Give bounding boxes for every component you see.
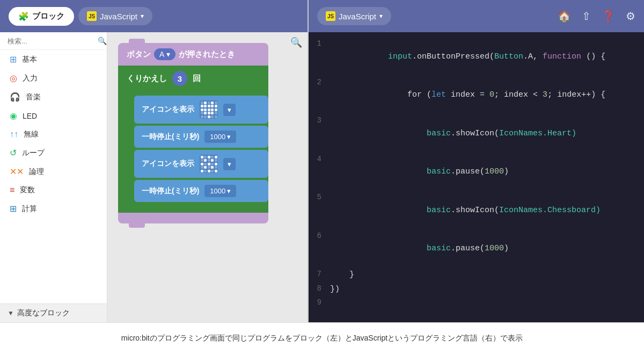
caption-text: micro:bitのプログラミング画面で同じプログラムをブロック（左）とJava… bbox=[121, 334, 523, 343]
home-icon[interactable]: 🏠 bbox=[558, 10, 571, 23]
ongaku-label: 音楽 bbox=[26, 92, 41, 102]
line-content-2: for (let index = 0; index < 3; index++) … bbox=[330, 77, 605, 114]
pause-value-text-1: 1000 bbox=[210, 133, 225, 141]
pause-value-2[interactable]: 1000 ▾ bbox=[204, 185, 236, 197]
line-content-7: } bbox=[330, 269, 354, 281]
line-number-3: 3 bbox=[309, 115, 330, 125]
button-selector[interactable]: A ▾ bbox=[154, 48, 175, 60]
nyuryoku-label: 入力 bbox=[23, 74, 38, 83]
sidebar-item-ongaku[interactable]: 🎧 音楽 bbox=[0, 88, 107, 106]
event-suffix: が押されたとき bbox=[179, 49, 235, 60]
event-label: ボタン bbox=[127, 49, 151, 60]
code-indent-4 bbox=[388, 167, 427, 176]
icon-dropdown-1[interactable]: ▾ bbox=[223, 104, 236, 116]
sidebar-item-loop[interactable]: ↺ ループ bbox=[0, 143, 107, 162]
chevron-down-icon-right: ▾ bbox=[379, 12, 383, 20]
blocks-icon: 🧩 bbox=[18, 11, 29, 21]
code-3: 3 bbox=[543, 90, 547, 99]
code-iconnames-3: IconNames bbox=[499, 129, 543, 138]
ronri-icon: ✕✕ bbox=[10, 167, 24, 177]
code-1000-6: 1000 bbox=[485, 244, 504, 253]
line-number-1: 1 bbox=[309, 39, 330, 48]
code-input: input bbox=[388, 52, 412, 61]
js-icon-right: JS bbox=[326, 11, 335, 21]
code-for: for ( bbox=[388, 90, 431, 99]
search-input[interactable] bbox=[8, 37, 98, 45]
pause-block-2: 一時停止(ミリ秒) 1000 ▾ bbox=[134, 180, 268, 202]
search-icon: 🔍 bbox=[98, 37, 107, 45]
code-basic-3: basic bbox=[427, 129, 451, 138]
kihon-icon: ⊞ bbox=[10, 54, 17, 64]
kihon-label: 基本 bbox=[22, 55, 37, 64]
code-button: Button bbox=[494, 52, 523, 61]
sidebar-item-hensuu[interactable]: ≡ 変数 bbox=[0, 181, 107, 199]
loop-icon: ↺ bbox=[10, 148, 17, 158]
line-content-6: basic.pause(1000) bbox=[330, 231, 509, 268]
code-indent-3 bbox=[388, 129, 427, 138]
blocks-button[interactable]: 🧩 ブロック bbox=[9, 7, 74, 26]
caption-bar: micro:bitのプログラミング画面で同じプログラムをブロック（左）とJava… bbox=[0, 322, 644, 354]
pause-dropdown-icon-2: ▾ bbox=[227, 187, 231, 195]
code-function: function bbox=[543, 52, 581, 61]
main-container: 🧩 ブロック JS JavaScript ▾ 🔍 bbox=[0, 0, 644, 354]
code-1000-4: 1000 bbox=[485, 167, 504, 176]
blocks-search-icon: 🔍 bbox=[290, 37, 302, 48]
sidebar: 🔍 ⊞ 基本 ◎ 入力 🎧 音楽 bbox=[0, 32, 107, 322]
button-selector-chevron: ▾ bbox=[166, 50, 170, 59]
settings-icon[interactable]: ⚙ bbox=[626, 10, 635, 23]
code-editor: 1 input.onButtonPressed(Button.A, functi… bbox=[309, 32, 644, 322]
nyuryoku-icon: ◎ bbox=[10, 73, 17, 83]
sidebar-item-ronri[interactable]: ✕✕ 論理 bbox=[0, 162, 107, 181]
editors-row: 🧩 ブロック JS JavaScript ▾ 🔍 bbox=[0, 0, 644, 322]
code-line-1: 1 input.onButtonPressed(Button.A, functi… bbox=[309, 38, 644, 76]
sidebar-item-led[interactable]: ◉ LED bbox=[0, 106, 107, 125]
repeat-count: 3 bbox=[172, 71, 187, 86]
left-toolbar: 🧩 ブロック JS JavaScript ▾ bbox=[0, 0, 308, 32]
musen-label: 無線 bbox=[24, 129, 39, 139]
sidebar-item-keisan[interactable]: ⊞ 計算 bbox=[0, 199, 107, 218]
blocks-area[interactable]: 🔍 ボタン A ▾ が押されたとき bbox=[107, 32, 308, 322]
code-chessboard: .Chessboard) bbox=[543, 206, 601, 215]
sidebar-item-kihon[interactable]: ⊞ 基本 bbox=[0, 50, 107, 69]
line-content-5: basic.showIcon(IconNames.Chessboard) bbox=[330, 192, 601, 229]
advanced-label: 高度なブロック bbox=[17, 308, 70, 318]
javascript-button-left[interactable]: JS JavaScript ▾ bbox=[78, 7, 152, 25]
code-pause-6: .pause( bbox=[451, 244, 485, 253]
repeat-suffix: 回 bbox=[193, 74, 201, 84]
sidebar-item-advanced[interactable]: ▼ 高度なブロック bbox=[0, 304, 107, 322]
code-iconnames-5: IconNames bbox=[499, 206, 543, 215]
code-line-5: 5 basic.showIcon(IconNames.Chessboard) bbox=[309, 191, 644, 230]
pause-label-2: 一時停止(ミリ秒) bbox=[142, 186, 199, 196]
sidebar-item-musen[interactable]: ↑↑ 無線 bbox=[0, 125, 107, 143]
sidebar-item-nyuryoku[interactable]: ◎ 入力 bbox=[0, 69, 107, 88]
keisan-icon: ⊞ bbox=[10, 204, 17, 214]
repeat-block-header: くりかえし 3 回 bbox=[118, 66, 268, 91]
help-icon[interactable]: ❓ bbox=[602, 10, 615, 23]
code-line-7: 7 } bbox=[309, 268, 644, 283]
code-line-9: 9 bbox=[309, 297, 644, 311]
icon-grid-chessboard bbox=[200, 155, 218, 173]
hensuu-label: 変数 bbox=[20, 185, 35, 195]
js-icon-left: JS bbox=[87, 11, 97, 21]
icon-dropdown-2[interactable]: ▾ bbox=[223, 158, 236, 170]
loop-label: ループ bbox=[22, 148, 45, 158]
code-line-8: 8 }) bbox=[309, 283, 644, 297]
right-toolbar: JS JavaScript ▾ 🏠 ⇧ ❓ ⚙ bbox=[309, 0, 644, 32]
code-showicon-5: .showIcon( bbox=[451, 206, 499, 215]
code-a: .A, bbox=[523, 52, 543, 61]
hensuu-icon: ≡ bbox=[10, 185, 14, 195]
block-program: ボタン A ▾ が押されたとき くりかえし 3 回 bbox=[118, 43, 268, 223]
line-number-2: 2 bbox=[309, 77, 330, 86]
ongaku-icon: 🎧 bbox=[10, 92, 20, 102]
pause-value-1[interactable]: 1000 ▾ bbox=[204, 131, 236, 143]
line-number-5: 5 bbox=[309, 192, 330, 201]
code-paren: () { bbox=[581, 52, 605, 61]
code-indent-5 bbox=[388, 206, 427, 215]
icon-grid-heart bbox=[200, 100, 218, 119]
led-label: LED bbox=[23, 112, 37, 120]
code-heart: .Heart) bbox=[543, 129, 576, 138]
javascript-button-right[interactable]: JS JavaScript ▾ bbox=[317, 7, 391, 25]
led-icon: ◉ bbox=[10, 111, 17, 121]
share-icon[interactable]: ⇧ bbox=[582, 10, 591, 23]
line-number-9: 9 bbox=[309, 298, 330, 307]
